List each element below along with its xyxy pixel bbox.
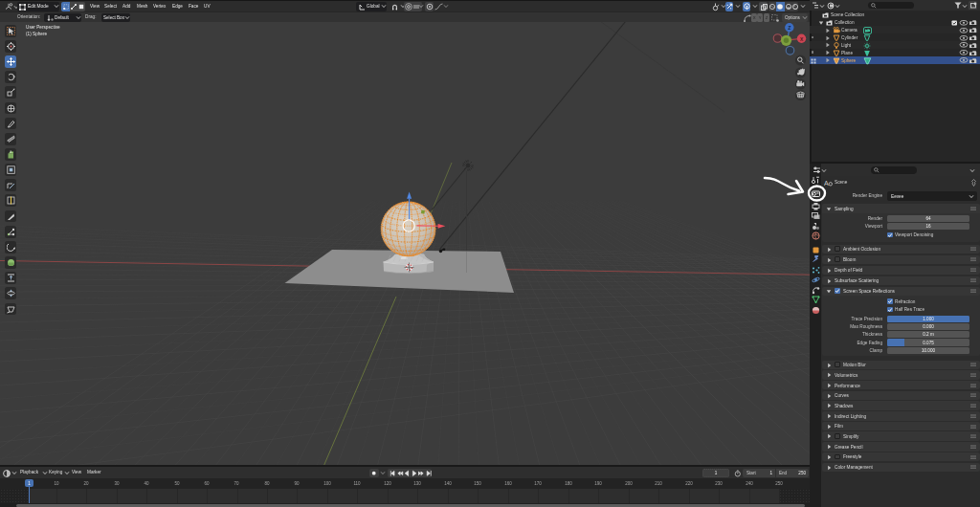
svg-text:z: z — [788, 24, 791, 31]
